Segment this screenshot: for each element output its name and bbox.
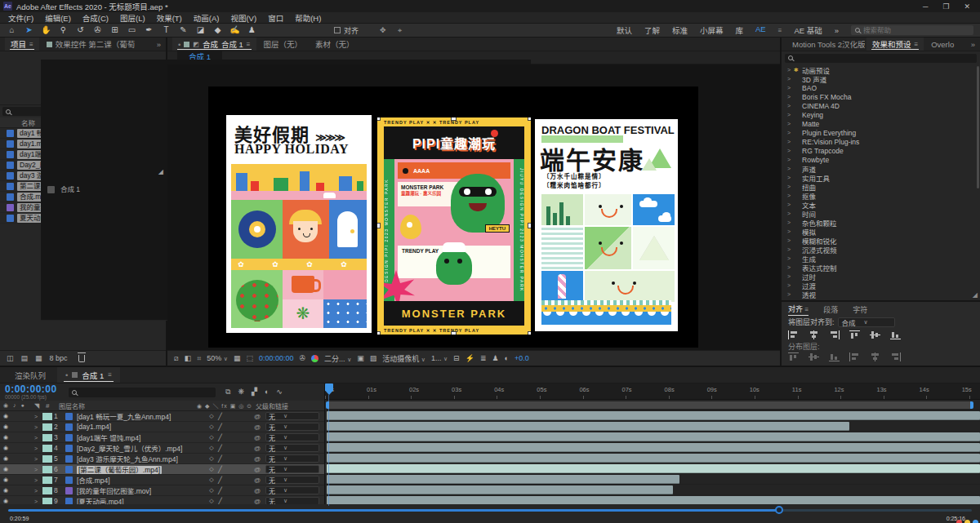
pickwhip-icon[interactable]: @ <box>254 466 265 473</box>
layer-row[interactable]: ◉ > 4 [Day2_摩天轮_雪儿（优秀）.mp4] ◇ ╱ @ 无∨ <box>0 443 324 454</box>
align-top-button[interactable] <box>849 330 860 339</box>
effects-category[interactable]: > 声道 <box>782 164 980 173</box>
layer-name[interactable]: [合成.mp4] <box>75 475 205 485</box>
expander-icon[interactable]: > <box>787 255 791 261</box>
collapse-switch-icon[interactable]: ╱ <box>218 487 254 494</box>
current-time-display[interactable]: 0:00:00:00 <box>5 384 64 394</box>
work-area-bar[interactable] <box>326 401 973 409</box>
workspace-item[interactable]: 标准 <box>672 24 688 36</box>
expander-icon[interactable]: > <box>787 148 791 153</box>
panel-menu-icon[interactable]: ≡ <box>108 371 112 379</box>
tab-overflow-icon[interactable]: » <box>971 40 980 49</box>
tab-paragraph[interactable]: 段落 <box>823 304 838 315</box>
label-color-swatch[interactable] <box>42 434 52 441</box>
label-color-swatch[interactable] <box>42 487 52 494</box>
tab-project[interactable]: 项目 ≡ <box>5 38 39 51</box>
graph-editor-icon[interactable]: ∿ <box>276 388 283 397</box>
label-color-swatch[interactable] <box>42 413 52 420</box>
align-bottom-button[interactable] <box>890 330 901 339</box>
tool-icon[interactable]: ✎ <box>175 24 192 37</box>
grid-guides-icon[interactable]: ▦ <box>234 354 241 362</box>
effects-category[interactable]: > 透视 <box>782 290 980 299</box>
tab-character[interactable]: 字符 <box>853 304 867 315</box>
timeline-search[interactable] <box>69 388 216 397</box>
tool-icon[interactable]: ♟ <box>243 24 261 37</box>
layer-name[interactable]: [day1端午 馄饨.mp4] <box>75 432 205 442</box>
expander-icon[interactable]: > <box>787 184 791 189</box>
eye-icon[interactable]: ◉ <box>0 413 11 419</box>
expander-icon[interactable]: > <box>34 467 42 472</box>
quality-switch-icon[interactable]: ◇ <box>205 476 218 483</box>
category-label[interactable]: RG Trapcode <box>802 147 844 155</box>
distribute-top-button[interactable] <box>788 352 799 361</box>
tab-overflow-icon[interactable]: » <box>157 40 166 49</box>
selection-handle[interactable] <box>377 332 380 335</box>
category-label[interactable]: Rowbyte <box>802 156 829 164</box>
eye-icon[interactable]: ◉ <box>0 487 11 494</box>
video-player-icons[interactable] <box>956 520 978 523</box>
layer-row[interactable]: ◉ > 6 [第二课（葡萄乐园）.mp4] ◇ ╱ @ 无∨ <box>0 464 324 475</box>
category-label[interactable]: 透视 <box>802 290 816 299</box>
tool-icon[interactable]: ▭ <box>123 24 140 37</box>
tool-icon[interactable]: ◆ <box>209 24 226 37</box>
eye-icon[interactable]: ◉ <box>0 476 11 483</box>
selection-handle[interactable] <box>528 332 531 335</box>
effects-category[interactable]: > 生成 <box>782 254 980 263</box>
snapshot-icon[interactable]: ✇ <box>300 354 306 362</box>
tool-icon[interactable]: ✇ <box>89 24 106 37</box>
expander-icon[interactable]: > <box>787 175 791 180</box>
tool-icon[interactable]: ✋ <box>38 24 55 37</box>
effects-category[interactable]: > Rowbyte <box>782 155 980 164</box>
motion-blur-icon[interactable]: ◐ <box>265 388 269 397</box>
expander-icon[interactable]: > <box>34 445 42 451</box>
category-label[interactable]: Boris FX Mocha <box>802 93 851 101</box>
effects-category[interactable]: > Boris FX Mocha <box>782 92 980 101</box>
pickwhip-icon[interactable]: @ <box>254 423 265 431</box>
expander-icon[interactable]: > <box>787 130 791 135</box>
collapse-switch-icon[interactable]: ╱ <box>218 423 254 431</box>
minimize-button[interactable]: ─ <box>923 2 928 11</box>
category-label[interactable]: Matte <box>802 120 819 128</box>
effects-category[interactable]: > 3D 声道 <box>782 74 980 83</box>
tab-composition[interactable]: • ◩ 合成 合成 1 ≡ <box>172 38 256 51</box>
quality-switch-icon[interactable]: ◇ <box>205 455 218 462</box>
pixel-aspect-icon[interactable]: ⊟ <box>453 354 460 362</box>
poster-happy-holiday[interactable]: 美好假期 ≫≫≫ HAPPY HOLIDAY <box>226 115 372 333</box>
workspace-item[interactable]: 小屏幕 <box>700 24 724 36</box>
layer-name[interactable]: [我的童年回忆图鉴.mov] <box>75 485 205 495</box>
effects-category[interactable]: > 表达式控制 <box>782 263 980 272</box>
effects-category[interactable]: > CINEMA 4D <box>782 101 980 110</box>
layer-row[interactable]: ◉ > 7 [合成.mp4] ◇ ╱ @ 无∨ <box>0 475 324 485</box>
current-time-display[interactable]: 0:00:00:00 <box>259 354 294 362</box>
tab-effect-controls[interactable]: 效果控件 第二课（葡萄 <box>41 38 141 51</box>
selection-handle[interactable] <box>452 117 456 120</box>
tool-icon[interactable]: T <box>158 24 175 37</box>
tool-icon[interactable]: ↺ <box>72 24 89 37</box>
expander-icon[interactable]: > <box>787 273 791 279</box>
mask-visibility-icon[interactable]: ⬚ <box>247 354 254 362</box>
panel-menu-icon[interactable]: ≡ <box>29 41 33 48</box>
eye-icon[interactable]: ◉ <box>0 455 11 462</box>
channel-icon[interactable] <box>311 355 318 362</box>
poster-dragon-boat[interactable]: DRAGON BOAT FESTIVAL 端午安康 〔万水千山粽是情〕 〔糯米肉… <box>535 119 678 331</box>
expander-icon[interactable]: > <box>787 237 791 243</box>
distribute-right-button[interactable] <box>890 352 901 361</box>
collapse-switch-icon[interactable]: ╱ <box>218 434 254 441</box>
shy-icon[interactable]: ❋ <box>238 388 244 397</box>
menu-item[interactable]: 编辑(E) <box>39 12 77 24</box>
layer-duration-bar[interactable] <box>327 422 849 431</box>
workspace-item[interactable]: 了解 <box>644 24 660 36</box>
category-label[interactable]: Keying <box>802 111 823 119</box>
expander-icon[interactable]: > <box>787 219 791 225</box>
panel-grip-icon[interactable]: ◢ <box>973 291 978 299</box>
expander-icon[interactable]: > <box>787 228 791 234</box>
workspace-item[interactable]: 库 <box>736 24 744 36</box>
expander-icon[interactable]: > <box>34 499 42 504</box>
selection-handle[interactable] <box>452 332 456 335</box>
menu-item[interactable]: 视图(V) <box>225 12 262 24</box>
tab-effects-presets[interactable]: 效果和预设 ≡ <box>866 38 924 51</box>
scrollbar[interactable] <box>977 66 979 188</box>
expander-icon[interactable]: > <box>787 94 791 100</box>
pickwhip-icon[interactable]: @ <box>254 487 265 494</box>
effects-category[interactable]: > 时间 <box>782 209 980 218</box>
